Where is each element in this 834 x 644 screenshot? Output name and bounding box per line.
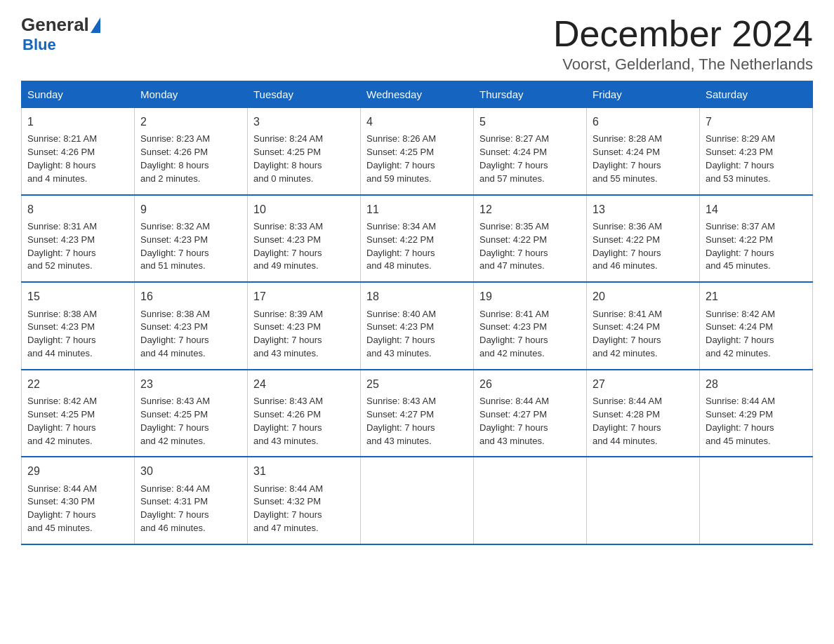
day-info: Sunrise: 8:40 AMSunset: 4:23 PMDaylight:… [366,308,468,361]
calendar-cell: 31Sunrise: 8:44 AMSunset: 4:32 PMDayligh… [248,457,361,544]
calendar-cell: 13Sunrise: 8:36 AMSunset: 4:22 PMDayligh… [587,195,700,283]
calendar-cell: 12Sunrise: 8:35 AMSunset: 4:22 PMDayligh… [474,195,587,283]
calendar-cell: 19Sunrise: 8:41 AMSunset: 4:23 PMDayligh… [474,282,587,370]
day-number: 21 [706,288,807,304]
day-number: 22 [27,376,128,392]
calendar-cell: 3Sunrise: 8:24 AMSunset: 4:25 PMDaylight… [248,108,361,195]
day-number: 4 [366,114,468,130]
calendar-cell: 29Sunrise: 8:44 AMSunset: 4:30 PMDayligh… [22,457,135,544]
calendar-cell: 10Sunrise: 8:33 AMSunset: 4:23 PMDayligh… [248,195,361,283]
calendar-cell [361,457,474,544]
day-number: 15 [27,288,128,304]
day-info: Sunrise: 8:38 AMSunset: 4:23 PMDaylight:… [27,308,128,361]
day-number: 9 [140,201,241,217]
day-info: Sunrise: 8:29 AMSunset: 4:23 PMDaylight:… [706,133,807,185]
location-subtitle: Voorst, Gelderland, The Netherlands [553,55,813,74]
col-header-sunday: Sunday [22,81,135,108]
title-block: December 2024 Voorst, Gelderland, The Ne… [553,14,813,74]
calendar-cell: 23Sunrise: 8:43 AMSunset: 4:25 PMDayligh… [135,370,248,457]
day-number: 29 [27,463,128,479]
day-number: 7 [706,114,807,130]
day-info: Sunrise: 8:44 AMSunset: 4:29 PMDaylight:… [706,395,807,448]
day-info: Sunrise: 8:23 AMSunset: 4:26 PMDaylight:… [140,133,241,185]
day-info: Sunrise: 8:41 AMSunset: 4:23 PMDaylight:… [479,308,581,361]
day-info: Sunrise: 8:39 AMSunset: 4:23 PMDaylight:… [253,308,355,361]
day-number: 20 [593,288,694,304]
day-number: 17 [253,288,355,304]
col-header-saturday: Saturday [700,81,813,108]
calendar-cell [700,457,813,544]
day-info: Sunrise: 8:42 AMSunset: 4:25 PMDaylight:… [27,395,128,448]
calendar-cell: 16Sunrise: 8:38 AMSunset: 4:23 PMDayligh… [135,282,248,370]
day-info: Sunrise: 8:28 AMSunset: 4:24 PMDaylight:… [593,133,694,185]
day-number: 31 [253,463,355,479]
day-number: 12 [479,201,581,217]
day-info: Sunrise: 8:41 AMSunset: 4:24 PMDaylight:… [593,308,694,361]
week-row-4: 22Sunrise: 8:42 AMSunset: 4:25 PMDayligh… [22,370,813,457]
calendar-cell: 28Sunrise: 8:44 AMSunset: 4:29 PMDayligh… [700,370,813,457]
calendar-cell: 20Sunrise: 8:41 AMSunset: 4:24 PMDayligh… [587,282,700,370]
day-info: Sunrise: 8:42 AMSunset: 4:24 PMDaylight:… [706,308,807,361]
calendar-cell: 2Sunrise: 8:23 AMSunset: 4:26 PMDaylight… [135,108,248,195]
calendar-header-row: SundayMondayTuesdayWednesdayThursdayFrid… [22,81,813,108]
calendar-cell: 17Sunrise: 8:39 AMSunset: 4:23 PMDayligh… [248,282,361,370]
day-info: Sunrise: 8:27 AMSunset: 4:24 PMDaylight:… [479,133,581,185]
day-number: 23 [140,376,241,392]
calendar-table: SundayMondayTuesdayWednesdayThursdayFrid… [21,81,813,545]
calendar-cell: 24Sunrise: 8:43 AMSunset: 4:26 PMDayligh… [248,370,361,457]
day-info: Sunrise: 8:31 AMSunset: 4:23 PMDaylight:… [27,220,128,273]
day-number: 2 [140,114,241,130]
calendar-cell: 26Sunrise: 8:44 AMSunset: 4:27 PMDayligh… [474,370,587,457]
week-row-3: 15Sunrise: 8:38 AMSunset: 4:23 PMDayligh… [22,282,813,370]
logo: General Blue [21,14,100,54]
day-info: Sunrise: 8:32 AMSunset: 4:23 PMDaylight:… [140,220,241,273]
day-number: 5 [479,114,581,130]
day-info: Sunrise: 8:24 AMSunset: 4:25 PMDaylight:… [253,133,355,185]
week-row-5: 29Sunrise: 8:44 AMSunset: 4:30 PMDayligh… [22,457,813,544]
calendar-cell: 30Sunrise: 8:44 AMSunset: 4:31 PMDayligh… [135,457,248,544]
day-number: 1 [27,114,128,130]
calendar-cell [474,457,587,544]
day-info: Sunrise: 8:44 AMSunset: 4:32 PMDaylight:… [253,483,355,535]
col-header-friday: Friday [587,81,700,108]
day-number: 11 [366,201,468,217]
calendar-cell: 25Sunrise: 8:43 AMSunset: 4:27 PMDayligh… [361,370,474,457]
calendar-cell: 11Sunrise: 8:34 AMSunset: 4:22 PMDayligh… [361,195,474,283]
day-number: 8 [27,201,128,217]
day-info: Sunrise: 8:43 AMSunset: 4:27 PMDaylight:… [366,395,468,448]
day-info: Sunrise: 8:34 AMSunset: 4:22 PMDaylight:… [366,220,468,273]
calendar-cell: 22Sunrise: 8:42 AMSunset: 4:25 PMDayligh… [22,370,135,457]
page-header: General Blue December 2024 Voorst, Gelde… [21,14,813,74]
day-info: Sunrise: 8:33 AMSunset: 4:23 PMDaylight:… [253,220,355,273]
day-number: 16 [140,288,241,304]
day-info: Sunrise: 8:44 AMSunset: 4:28 PMDaylight:… [593,395,694,448]
day-info: Sunrise: 8:36 AMSunset: 4:22 PMDaylight:… [593,220,694,273]
day-number: 13 [593,201,694,217]
day-info: Sunrise: 8:44 AMSunset: 4:30 PMDaylight:… [27,483,128,535]
calendar-cell: 8Sunrise: 8:31 AMSunset: 4:23 PMDaylight… [22,195,135,283]
day-info: Sunrise: 8:38 AMSunset: 4:23 PMDaylight:… [140,308,241,361]
day-info: Sunrise: 8:44 AMSunset: 4:31 PMDaylight:… [140,483,241,535]
calendar-cell: 14Sunrise: 8:37 AMSunset: 4:22 PMDayligh… [700,195,813,283]
calendar-cell: 7Sunrise: 8:29 AMSunset: 4:23 PMDaylight… [700,108,813,195]
day-info: Sunrise: 8:35 AMSunset: 4:22 PMDaylight:… [479,220,581,273]
day-info: Sunrise: 8:26 AMSunset: 4:25 PMDaylight:… [366,133,468,185]
day-number: 18 [366,288,468,304]
day-info: Sunrise: 8:21 AMSunset: 4:26 PMDaylight:… [27,133,128,185]
day-number: 27 [593,376,694,392]
calendar-cell: 27Sunrise: 8:44 AMSunset: 4:28 PMDayligh… [587,370,700,457]
calendar-cell: 6Sunrise: 8:28 AMSunset: 4:24 PMDaylight… [587,108,700,195]
col-header-monday: Monday [135,81,248,108]
col-header-thursday: Thursday [474,81,587,108]
day-number: 19 [479,288,581,304]
day-number: 6 [593,114,694,130]
day-number: 25 [366,376,468,392]
day-info: Sunrise: 8:43 AMSunset: 4:25 PMDaylight:… [140,395,241,448]
calendar-cell: 15Sunrise: 8:38 AMSunset: 4:23 PMDayligh… [22,282,135,370]
day-number: 3 [253,114,355,130]
logo-general: General [21,14,89,36]
col-header-tuesday: Tuesday [248,81,361,108]
calendar-cell [587,457,700,544]
day-number: 30 [140,463,241,479]
calendar-cell: 1Sunrise: 8:21 AMSunset: 4:26 PMDaylight… [22,108,135,195]
